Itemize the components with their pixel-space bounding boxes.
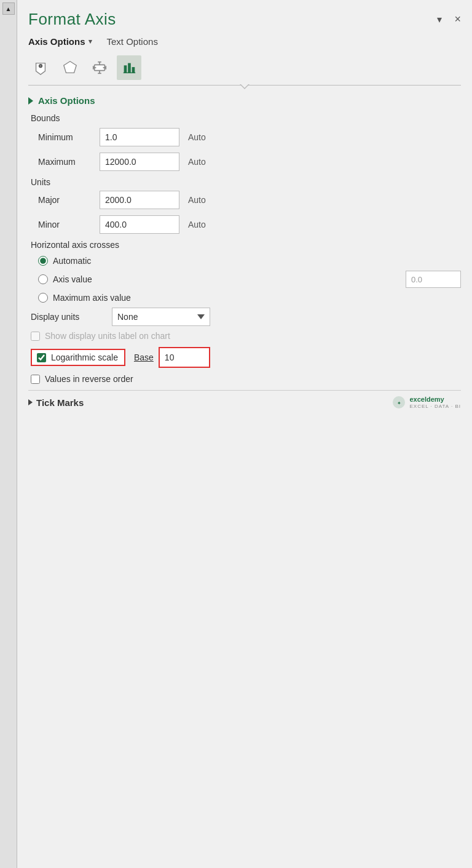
bounds-label: Bounds (28, 113, 461, 123)
maximum-row: Maximum Auto (28, 153, 461, 171)
chevron-down-icon: ▾ (88, 38, 92, 46)
automatic-radio-label: Automatic (53, 256, 91, 266)
display-units-label: Display units (31, 312, 104, 322)
axis-value-radio[interactable] (38, 274, 48, 284)
max-axis-value-radio[interactable] (38, 293, 48, 303)
shape-icon-button[interactable] (58, 55, 82, 80)
log-scale-box: Logarithmic scale (31, 349, 125, 366)
dropdown-icon[interactable]: ▾ (433, 14, 446, 26)
minimum-auto[interactable]: Auto (188, 132, 206, 142)
format-axis-panel: Format Axis ▾ × Axis Options ▾ Text Opti… (17, 0, 472, 868)
section-collapse-icon[interactable] (28, 97, 33, 105)
log-scale-label: Logarithmic scale (51, 352, 118, 362)
watermark-name: exceldemy (409, 396, 461, 404)
svg-rect-12 (128, 63, 131, 73)
watermark-subtext: EXCEL · DATA · BI (409, 404, 461, 410)
tab-row: Axis Options ▾ Text Options (17, 34, 472, 52)
automatic-radio-row: Automatic (38, 256, 461, 266)
display-units-row: Display units None Hundreds Thousands Te… (28, 308, 461, 326)
svg-rect-11 (124, 65, 127, 73)
axis-value-radio-row: Axis value (38, 271, 461, 288)
axis-options-section-header: Axis Options (28, 95, 461, 106)
base-label: Base (134, 352, 154, 362)
axis-value-radio-label: Axis value (53, 274, 401, 284)
scroll-up-button[interactable]: ▲ (2, 2, 15, 15)
axis-options-title: Axis Options (38, 95, 95, 106)
major-row: Major Auto (28, 191, 461, 209)
major-label: Major (38, 195, 100, 205)
tab-text-options[interactable]: Text Options (107, 36, 158, 47)
minor-row: Minor Auto (28, 215, 461, 234)
major-auto[interactable]: Auto (188, 195, 206, 205)
content-area: Axis Options Bounds Minimum Auto Maximum… (17, 86, 472, 420)
major-input[interactable] (100, 191, 179, 209)
label-icon-button[interactable] (28, 55, 53, 80)
header-icons: ▾ × (433, 13, 461, 26)
show-display-units-label: Show display units label on chart (45, 331, 170, 341)
tick-marks-expand-icon[interactable] (28, 399, 33, 405)
divider (28, 85, 461, 86)
size-icon-button[interactable] (87, 55, 112, 80)
svg-marker-1 (64, 62, 76, 73)
panel-header: Format Axis ▾ × (17, 0, 472, 34)
axis-value-input[interactable] (406, 271, 461, 288)
log-scale-checkbox[interactable] (37, 353, 46, 362)
display-units-select[interactable]: None Hundreds Thousands Ten Thousands Hu… (112, 308, 210, 326)
minimum-row: Minimum Auto (28, 128, 461, 146)
divider-arrow (240, 84, 250, 89)
minimum-input[interactable] (100, 128, 179, 146)
tab-axis-options[interactable]: Axis Options ▾ (28, 36, 92, 47)
reverse-order-row: Values in reverse order (28, 374, 461, 384)
maximum-input[interactable] (100, 153, 179, 171)
max-axis-radio-row: Maximum axis value (38, 293, 461, 303)
minimum-label: Minimum (38, 132, 100, 142)
svg-rect-13 (132, 67, 135, 73)
reverse-order-checkbox[interactable] (31, 375, 40, 384)
close-button[interactable]: × (454, 13, 461, 26)
chart-icon-button[interactable] (117, 55, 141, 80)
minor-input[interactable] (100, 215, 179, 234)
icon-toolbar (17, 52, 472, 80)
base-input[interactable] (160, 348, 209, 367)
reverse-order-label: Values in reverse order (45, 374, 133, 384)
log-scale-row: Logarithmic scale Base (28, 347, 461, 368)
maximum-label: Maximum (38, 157, 100, 167)
maximum-auto[interactable]: Auto (188, 157, 206, 167)
svg-text:✦: ✦ (397, 400, 401, 406)
radio-group: Automatic Axis value Maximum axis value (28, 256, 461, 303)
watermark-icon: ✦ (392, 396, 406, 409)
show-display-units-checkbox[interactable] (31, 332, 40, 341)
units-label: Units (28, 177, 461, 187)
max-axis-value-label: Maximum axis value (53, 293, 131, 303)
show-display-units-row: Show display units label on chart (28, 331, 461, 341)
base-input-box (159, 347, 210, 368)
watermark: ✦ exceldemy EXCEL · DATA · BI (392, 396, 461, 410)
h-axis-crosses-label: Horizontal axis crosses (28, 240, 461, 250)
minor-label: Minor (38, 220, 100, 229)
automatic-radio[interactable] (38, 256, 48, 266)
tick-marks-section-header: Tick Marks ✦ exceldemy EXCEL · DATA · BI (28, 390, 461, 410)
minor-auto[interactable]: Auto (188, 220, 206, 229)
svg-point-0 (39, 65, 42, 68)
panel-title: Format Axis (28, 10, 116, 29)
tick-marks-title: Tick Marks (36, 397, 84, 408)
